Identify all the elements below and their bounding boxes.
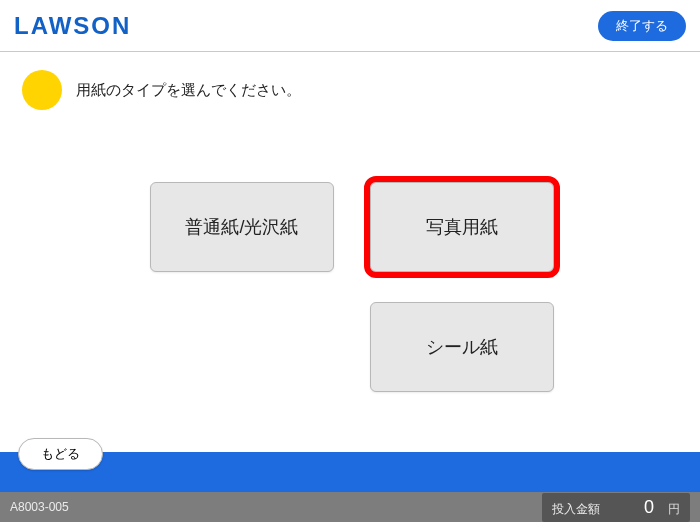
deposit-box: 投入金額 0 円 [542,493,690,522]
deposit-unit: 円 [668,501,680,518]
deposit-amount: 0 [614,497,654,518]
back-button[interactable]: もどる [18,438,103,470]
brand-logo: LAWSON [14,12,131,40]
options-area: 普通紙/光沢紙 写真用紙 シール紙 [0,110,700,452]
screen: LAWSON 終了する 用紙のタイプを選んでください。 普通紙/光沢紙 写真用紙… [0,0,700,522]
end-button[interactable]: 終了する [598,11,686,41]
prompt-dot-icon [22,70,62,110]
option-seal-button[interactable]: シール紙 [370,302,554,392]
prompt-row: 用紙のタイプを選んでください。 [0,52,700,110]
footer: A8003-005 投入金額 0 円 [0,492,700,522]
deposit-label: 投入金額 [552,501,600,518]
screen-id: A8003-005 [10,500,69,514]
prompt-text: 用紙のタイプを選んでください。 [76,81,301,100]
header: LAWSON 終了する [0,0,700,52]
option-photo-button[interactable]: 写真用紙 [370,182,554,272]
bottom-bar: もどる [0,452,700,492]
option-plain-gloss-button[interactable]: 普通紙/光沢紙 [150,182,334,272]
